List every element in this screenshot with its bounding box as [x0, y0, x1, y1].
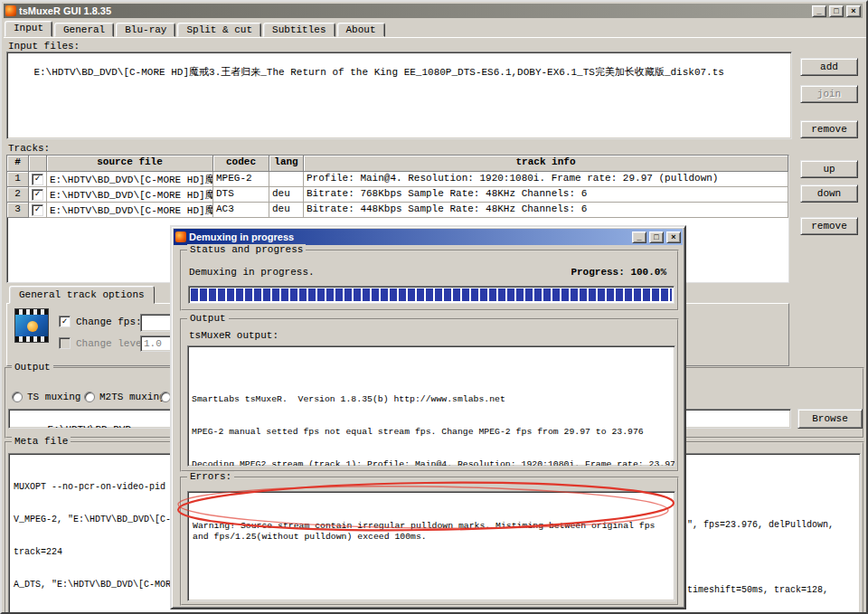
- tab-general[interactable]: General: [54, 23, 114, 37]
- track-source[interactable]: E:\HDTV\BD_DVD\[C-MORE HD]魔戒…: [47, 172, 213, 187]
- track-row[interactable]: 1 ✓ E:\HDTV\BD_DVD\[C-MORE HD]魔戒… MPEG-2…: [7, 172, 788, 187]
- track-down-button[interactable]: down: [800, 184, 858, 203]
- dialog-minimize-icon[interactable]: _: [632, 231, 646, 243]
- track-check-cell: ✓: [29, 172, 47, 187]
- track-lang[interactable]: [269, 172, 304, 187]
- track-enabled-checkbox[interactable]: ✓: [32, 174, 43, 185]
- track-row[interactable]: 3 ✓ E:\HDTV\BD_DVD\[C-MORE HD]魔戒… AC3 de…: [7, 203, 788, 218]
- remove-file-button[interactable]: remove: [800, 120, 858, 138]
- app-window: tsMuxeR GUI 1.8.35 _ □ × Input General B…: [0, 0, 868, 614]
- tsmuxer-output-label: tsMuxeR output:: [189, 330, 278, 341]
- track-source[interactable]: E:\HDTV\BD_DVD\[C-MORE HD]魔戒…: [47, 187, 213, 203]
- browse-button[interactable]: Browse: [797, 409, 863, 429]
- status-progress-group: Status and progress Demuxing in progress…: [180, 250, 679, 311]
- change-fps-label: Change fps:: [76, 316, 142, 327]
- window-title: tsMuxeR GUI 1.8.35: [19, 5, 809, 16]
- minimize-icon[interactable]: _: [812, 5, 826, 17]
- check-icon: ✓: [34, 175, 40, 184]
- check-icon: ✓: [34, 190, 40, 199]
- track-remove-button[interactable]: remove: [800, 217, 858, 235]
- meta-file-label: Meta file: [12, 436, 71, 447]
- meta-text-right: ", fps=23.976, delPulldown, timeshift=50…: [687, 471, 834, 614]
- tracks-label: Tracks:: [8, 143, 50, 154]
- change-fps-checkbox[interactable]: ✓: [59, 316, 71, 327]
- dialog-titlebar: Demuxing in progress _ □ ×: [174, 229, 683, 245]
- header-source-file: source file: [47, 156, 213, 172]
- dialog-output-group: Output tsMuxeR output: SmartLabs tsMuxeR…: [180, 318, 679, 472]
- track-codec[interactable]: DTS: [213, 187, 269, 203]
- tab-subtitles[interactable]: Subtitles: [263, 23, 335, 37]
- header-lang: lang: [269, 156, 304, 172]
- close-icon[interactable]: ×: [846, 5, 861, 17]
- tsmuxer-output-log[interactable]: SmartLabs tsMuxeR. Version 1.8.35(b) htt…: [187, 345, 675, 467]
- status-text: Demuxing in progress.: [189, 267, 315, 278]
- dialog-output-group-label: Output: [187, 313, 229, 324]
- m2ts-muxing-radio[interactable]: [84, 392, 95, 402]
- check-icon: ✓: [61, 317, 67, 326]
- input-file-path[interactable]: E:\HDTV\BD_DVD\[C-MORE HD]魔戒3.王者归来_The R…: [33, 67, 724, 78]
- check-icon: ✓: [34, 205, 40, 214]
- join-button[interactable]: join: [800, 85, 858, 103]
- track-codec[interactable]: AC3: [213, 203, 269, 218]
- input-files-list[interactable]: E:\HDTV\BD_DVD\[C-MORE HD]魔戒3.王者归来_The R…: [6, 52, 792, 139]
- track-info[interactable]: Bitrate: 768Kbps Sample Rate: 48KHz Chan…: [304, 187, 788, 203]
- track-lang[interactable]: deu: [269, 203, 304, 218]
- row-number[interactable]: 2: [7, 187, 29, 203]
- tab-bluray[interactable]: Blu-ray: [116, 23, 175, 37]
- errors-log[interactable]: Warning! Source stream contain irregular…: [187, 491, 675, 601]
- warning-text: Warning! Source stream contain irregular…: [188, 514, 675, 550]
- status-group-label: Status and progress: [187, 244, 306, 255]
- ts-muxing-label[interactable]: TS muxing: [27, 392, 80, 402]
- track-up-button[interactable]: up: [800, 160, 858, 178]
- header-num: #: [7, 156, 29, 172]
- header-codec: codec: [213, 156, 269, 172]
- track-info[interactable]: Bitrate: 448Kbps Sample Rate: 48KHz Chan…: [304, 203, 788, 218]
- tab-about[interactable]: About: [337, 23, 385, 37]
- main-tab-bar: Input General Blu-ray Split & cut Subtit…: [5, 21, 387, 37]
- tab-general-track-options[interactable]: General track options: [9, 286, 155, 304]
- tracks-table-header: # source file codec lang track info: [7, 156, 788, 172]
- track-row[interactable]: 2 ✓ E:\HDTV\BD_DVD\[C-MORE HD]魔戒… DTS de…: [7, 187, 788, 203]
- tab-split-cut[interactable]: Split & cut: [177, 23, 261, 37]
- track-check-cell: ✓: [29, 187, 47, 203]
- output-group-label: Output: [12, 362, 53, 373]
- tab-divider: [4, 37, 866, 38]
- header-track-info: track info: [304, 156, 788, 172]
- errors-group: Errors: Warning! Source stream contain i…: [180, 477, 679, 606]
- errors-group-label: Errors:: [187, 471, 234, 482]
- log-lines: SmartLabs tsMuxeR. Version 1.8.35(b) htt…: [188, 368, 675, 467]
- dialog-title: Demuxing in progress: [189, 231, 629, 242]
- track-codec[interactable]: MPEG-2: [213, 172, 269, 187]
- track-source[interactable]: E:\HDTV\BD_DVD\[C-MORE HD]魔戒…: [47, 203, 213, 218]
- maximize-icon[interactable]: □: [829, 5, 844, 17]
- track-enabled-checkbox[interactable]: ✓: [32, 204, 43, 216]
- progress-bar-fill: [191, 288, 672, 301]
- row-number[interactable]: 1: [7, 172, 29, 187]
- track-enabled-checkbox[interactable]: ✓: [32, 189, 43, 201]
- track-info[interactable]: Profile: Main@4. Resolution: 1920:1080i.…: [304, 172, 788, 187]
- track-lang[interactable]: deu: [269, 187, 304, 203]
- media-clip-icon: [14, 308, 49, 343]
- dialog-close-icon[interactable]: ×: [666, 231, 681, 243]
- track-check-cell: ✓: [29, 203, 47, 218]
- ts-muxing-radio[interactable]: [12, 392, 23, 402]
- main-titlebar: tsMuxeR GUI 1.8.35 _ □ ×: [4, 4, 863, 18]
- row-number[interactable]: 3: [7, 203, 29, 218]
- input-files-label: Input files:: [8, 41, 80, 52]
- dialog-icon: [175, 231, 186, 242]
- add-button[interactable]: add: [800, 58, 858, 76]
- change-level-checkbox[interactable]: [59, 337, 71, 349]
- tab-input[interactable]: Input: [5, 21, 52, 37]
- header-check: [29, 156, 47, 172]
- progress-bar: [188, 286, 675, 304]
- dialog-maximize-icon[interactable]: □: [649, 231, 664, 243]
- progress-percent-label: Progress: 100.0%: [571, 267, 666, 278]
- demuxing-dialog: Demuxing in progress _ □ × Status and pr…: [170, 225, 686, 609]
- m2ts-muxing-label[interactable]: M2TS muxing: [99, 392, 165, 402]
- app-icon: [5, 5, 16, 16]
